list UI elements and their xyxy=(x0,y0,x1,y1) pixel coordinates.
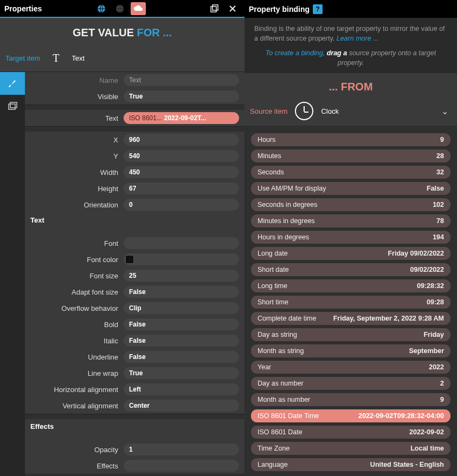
source-prop-row[interactable]: Day as number2 xyxy=(251,377,450,390)
source-prop-row[interactable]: Minutes in degrees78 xyxy=(251,214,450,227)
cloud-icon[interactable] xyxy=(131,2,146,15)
learn-more-link[interactable]: Learn more ... xyxy=(337,35,379,42)
source-prop-name: Day as number xyxy=(258,380,304,387)
label-fontsize: Font size xyxy=(25,272,124,280)
value-overflow[interactable]: Clip xyxy=(124,302,239,314)
source-properties-list[interactable]: Hours9Minutes28Seconds32Use AM/PM for di… xyxy=(244,126,457,476)
source-prop-value: 09:28 xyxy=(427,298,444,306)
source-prop-name: Hours xyxy=(258,136,275,144)
source-prop-row[interactable]: Complete date timeFriday, September 2, 2… xyxy=(251,312,450,325)
value-underline[interactable]: False xyxy=(124,351,239,363)
label-x: X xyxy=(25,136,124,144)
source-prop-name: Year xyxy=(258,363,271,371)
label-fontcolor: Font color xyxy=(25,256,124,264)
properties-title: Properties xyxy=(4,4,42,13)
value-orientation[interactable]: 0 xyxy=(124,199,239,211)
sidebar-layers[interactable] xyxy=(0,95,25,118)
source-prop-value: 09:28:32 xyxy=(417,282,444,290)
chevron-down-icon[interactable]: ⌄ xyxy=(441,106,452,116)
value-text-bound[interactable]: ISO 8601...2022-09-02T... xyxy=(124,112,239,124)
value-y[interactable]: 540 xyxy=(124,150,239,162)
label-adapt: Adapt font size xyxy=(25,288,124,296)
source-prop-row[interactable]: ISO 8601 Date Time2022-09-02T09:28:32-04… xyxy=(251,409,450,422)
value-x[interactable]: 960 xyxy=(124,134,239,146)
value-bold[interactable]: False xyxy=(124,318,239,330)
source-prop-row[interactable]: Hours in degrees194 xyxy=(251,231,450,244)
label-linewrap: Line wrap xyxy=(25,369,124,377)
source-prop-row[interactable]: Short date09/02/2022 xyxy=(251,263,450,276)
value-opacity[interactable]: 1 xyxy=(124,444,239,455)
source-prop-row[interactable]: Hours9 xyxy=(251,133,450,146)
source-prop-row[interactable]: Long dateFriday 09/02/2022 xyxy=(251,247,450,260)
source-prop-row[interactable]: Month as stringSeptember xyxy=(251,344,450,357)
source-prop-row[interactable]: Year2022 xyxy=(251,361,450,374)
source-prop-name: Language xyxy=(258,461,288,468)
svg-rect-2 xyxy=(211,6,216,12)
source-prop-value: 32 xyxy=(436,168,444,176)
source-prop-row[interactable]: Month as number9 xyxy=(251,393,450,406)
source-prop-name: Short date xyxy=(258,266,289,273)
source-prop-name: Long time xyxy=(258,282,287,290)
sidebar xyxy=(0,72,25,476)
properties-panel: Properties GET VALUE FOR ... Target item… xyxy=(0,0,244,476)
label-overflow: Overflow behavior xyxy=(25,304,124,312)
source-prop-value: 2022 xyxy=(429,363,444,371)
source-prop-name: Seconds in degrees xyxy=(258,201,318,208)
source-prop-value: Local time xyxy=(410,445,444,452)
source-item-label: Source item xyxy=(250,107,287,115)
target-item-bar[interactable]: Target item T Text xyxy=(0,47,244,72)
source-prop-name: Minutes in degrees xyxy=(258,217,315,225)
value-font[interactable] xyxy=(124,237,239,249)
source-prop-value: 78 xyxy=(436,217,444,225)
section-text: Text xyxy=(25,213,244,227)
close-icon[interactable] xyxy=(225,2,240,15)
value-visible[interactable]: True xyxy=(124,90,239,102)
section-effects: Effects xyxy=(25,419,244,434)
source-item-bar[interactable]: Source item Clock ⌄ xyxy=(244,99,457,126)
sidebar-brush[interactable] xyxy=(0,72,25,95)
svg-rect-3 xyxy=(213,5,218,10)
globe-dim-icon[interactable] xyxy=(112,2,127,15)
source-item-name: Clock xyxy=(321,107,339,115)
value-linewrap[interactable]: True xyxy=(124,367,239,379)
label-bold: Bold xyxy=(25,321,124,329)
source-prop-row[interactable]: Minutes28 xyxy=(251,149,450,162)
value-valign[interactable]: Center xyxy=(124,400,239,412)
source-prop-value: 09/02/2022 xyxy=(410,266,444,273)
source-prop-row[interactable]: ISO 8601 Date2022-09-02 xyxy=(251,426,450,439)
properties-list[interactable]: NameText VisibleTrue Text ISO 8601...202… xyxy=(25,72,244,476)
source-prop-name: Month as number xyxy=(258,396,310,403)
value-effects[interactable] xyxy=(124,460,239,472)
source-prop-name: Day as string xyxy=(258,331,297,338)
label-font: Font xyxy=(25,239,124,247)
source-prop-row[interactable]: Time ZoneLocal time xyxy=(251,442,450,455)
value-italic[interactable]: False xyxy=(124,335,239,347)
source-prop-row[interactable]: Day as stringFriday xyxy=(251,328,450,341)
source-prop-row[interactable]: LanguageUnited States - English xyxy=(251,458,450,471)
source-prop-row[interactable]: Short time09:28 xyxy=(251,296,450,309)
source-prop-value: 9 xyxy=(440,136,444,144)
source-prop-name: Seconds xyxy=(258,168,284,176)
source-prop-name: Minutes xyxy=(258,152,281,160)
globe-icon[interactable] xyxy=(94,2,109,15)
value-height[interactable]: 67 xyxy=(124,182,239,194)
value-fontcolor[interactable] xyxy=(124,253,239,265)
value-adapt[interactable]: False xyxy=(124,286,239,298)
source-prop-value: September xyxy=(409,347,444,355)
source-prop-row[interactable]: Seconds32 xyxy=(251,166,450,179)
source-prop-row[interactable]: Long time09:28:32 xyxy=(251,279,450,292)
popout-icon[interactable] xyxy=(207,2,222,15)
value-width[interactable]: 450 xyxy=(124,166,239,178)
source-prop-row[interactable]: Seconds in degrees102 xyxy=(251,198,450,211)
source-prop-name: Time Zone xyxy=(258,445,289,452)
source-prop-value: Friday, September 2, 2022 9:28 AM xyxy=(333,315,444,322)
source-prop-row[interactable]: Use AM/PM for displayFalse xyxy=(251,182,450,195)
label-opacity: Opacity xyxy=(25,446,124,454)
help-icon[interactable]: ? xyxy=(313,4,323,14)
svg-rect-5 xyxy=(10,102,17,108)
label-width: Width xyxy=(25,168,124,177)
value-fontsize[interactable]: 25 xyxy=(124,270,239,282)
text-icon: T xyxy=(48,50,64,66)
value-halign[interactable]: Left xyxy=(124,383,239,395)
source-prop-name: Month as string xyxy=(258,347,304,355)
